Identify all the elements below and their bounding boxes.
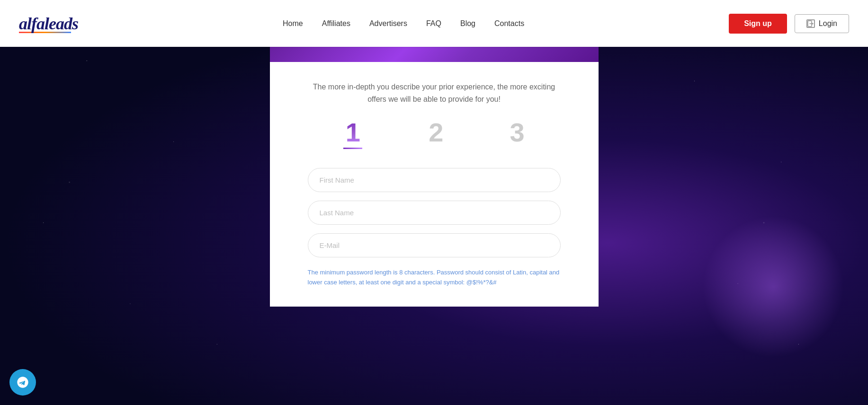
login-icon — [806, 19, 815, 28]
step-2-number: 2 — [429, 119, 443, 146]
step-3-number: 3 — [510, 119, 525, 146]
nebula-decoration — [702, 216, 844, 358]
nav-blog[interactable]: Blog — [460, 19, 475, 28]
step-3[interactable]: 3 — [510, 119, 525, 149]
step-2[interactable]: 2 — [429, 119, 443, 149]
step-1[interactable]: 1 — [343, 119, 362, 149]
step-1-underline — [343, 148, 362, 149]
main-nav: Home Affiliates Advertisers FAQ Blog Con… — [283, 19, 524, 28]
nav-affiliates[interactable]: Affiliates — [322, 19, 350, 28]
password-hint: The minimum password length is 8 charact… — [308, 268, 561, 288]
logo[interactable]: alfaleads — [19, 14, 78, 33]
telegram-button[interactable] — [9, 369, 36, 396]
telegram-icon — [16, 376, 29, 389]
login-button[interactable]: Login — [795, 14, 849, 33]
step-1-number: 1 — [343, 119, 362, 146]
step-indicators: 1 2 3 — [308, 119, 561, 149]
nav-home[interactable]: Home — [283, 19, 303, 28]
nav-contacts[interactable]: Contacts — [494, 19, 524, 28]
form-description: The more in-depth you describe your prio… — [308, 81, 561, 105]
header: alfaleads Home Affiliates Advertisers FA… — [0, 0, 868, 47]
form-container: The more in-depth you describe your prio… — [270, 62, 599, 307]
login-label: Login — [819, 19, 837, 28]
nav-advertisers[interactable]: Advertisers — [369, 19, 407, 28]
nav-faq[interactable]: FAQ — [426, 19, 441, 28]
purple-strip — [270, 47, 599, 62]
last-name-input[interactable] — [308, 201, 561, 225]
header-actions: Sign up Login — [729, 14, 849, 34]
signup-button[interactable]: Sign up — [729, 14, 787, 34]
logo-text: alfaleads — [19, 14, 78, 34]
first-name-input[interactable] — [308, 168, 561, 192]
email-input[interactable] — [308, 233, 561, 257]
